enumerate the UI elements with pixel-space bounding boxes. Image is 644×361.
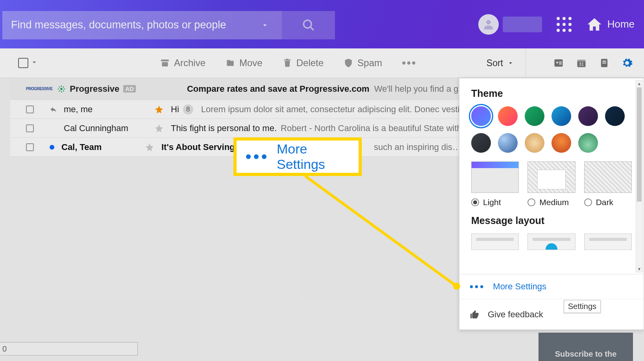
mode-medium[interactable]: Medium [527, 161, 575, 207]
layout-option[interactable] [471, 233, 519, 250]
svg-point-4 [556, 62, 558, 64]
snippet: such an inspiring dis… [374, 142, 461, 152]
mode-label: Light [483, 198, 501, 207]
unread-dot [50, 145, 54, 150]
row-checkbox[interactable] [26, 106, 34, 113]
svg-line-21 [63, 86, 64, 87]
sort-button[interactable]: Sort [487, 58, 514, 68]
mode-dark[interactable]: Dark [584, 161, 632, 207]
svg-line-18 [59, 86, 60, 87]
toolbar-divider [526, 48, 526, 78]
mode-preview [527, 161, 575, 193]
settings-button[interactable] [621, 57, 633, 69]
svg-text:31: 31 [579, 61, 584, 67]
svg-rect-5 [559, 62, 562, 63]
spam-label: Spam [357, 57, 382, 68]
archive-button[interactable]: Archive [160, 56, 205, 70]
home-link[interactable]: Home [586, 16, 635, 33]
contacts-button[interactable] [553, 57, 564, 69]
delete-button[interactable]: Delete [282, 56, 324, 70]
radio-icon [584, 198, 592, 206]
right-app-icons: 31 [553, 57, 633, 69]
sort-label: Sort [487, 58, 503, 68]
mode-label: Dark [596, 198, 613, 207]
radio-icon [471, 198, 479, 206]
select-dropdown[interactable] [31, 59, 38, 67]
search-box[interactable] [2, 11, 282, 39]
account-area[interactable] [478, 14, 542, 35]
svg-rect-12 [602, 63, 606, 63]
theme-heading: Theme [471, 88, 632, 99]
layout-cards [471, 233, 632, 250]
ad-badge: AD [123, 85, 136, 93]
row-checkbox[interactable] [26, 143, 34, 151]
home-label: Home [607, 18, 635, 30]
search-area [2, 11, 335, 39]
more-actions-button[interactable]: ••• [402, 56, 417, 70]
person-icon [482, 18, 495, 31]
ad-subject: Compare rates and save at Progressive.co… [187, 84, 369, 94]
theme-swatch[interactable] [578, 106, 598, 126]
gear-icon [621, 56, 633, 70]
more-settings-link[interactable]: ••• More Settings [459, 274, 644, 299]
avatar[interactable] [478, 14, 499, 35]
scroll-down-icon[interactable]: ▼ [636, 266, 642, 272]
archive-icon [160, 58, 170, 68]
notepad-icon [599, 57, 610, 68]
layout-option[interactable] [527, 233, 575, 250]
theme-swatch[interactable] [605, 106, 625, 126]
give-feedback-link[interactable]: Give feedback [459, 299, 644, 330]
toolbar-actions: Archive Move Delete Spam ••• [160, 56, 416, 70]
svg-rect-6 [559, 63, 562, 64]
svg-point-0 [303, 20, 311, 28]
svg-rect-3 [555, 59, 563, 67]
message-toolbar: Archive Move Delete Spam ••• Sort 31 [0, 48, 644, 78]
row-checkbox[interactable] [26, 124, 34, 132]
ad-provider: Progressive [70, 84, 119, 94]
apps-launcher[interactable] [556, 17, 572, 32]
snippet: Lorem ipsum dolor sit amet, consectetur … [201, 104, 480, 115]
select-all-checkbox[interactable] [18, 58, 28, 68]
snippet: Robert - North Carolina is a beautiful S… [281, 123, 480, 133]
star-icon[interactable] [154, 105, 164, 114]
theme-swatch[interactable] [498, 133, 518, 153]
theme-swatch[interactable] [578, 133, 598, 153]
theme-swatch[interactable] [471, 106, 491, 126]
calendar-button[interactable]: 31 [576, 57, 587, 69]
move-label: Move [239, 57, 263, 68]
theme-mode-row: Light Medium Dark [471, 161, 632, 207]
search-button[interactable] [282, 11, 335, 39]
archive-label: Archive [174, 57, 205, 68]
settings-tooltip: Settings [564, 300, 601, 313]
layout-heading: Message layout [471, 215, 632, 226]
theme-swatch[interactable] [551, 133, 571, 153]
search-input[interactable] [11, 19, 257, 31]
move-button[interactable]: Move [225, 56, 263, 70]
contacts-icon [553, 57, 564, 68]
star-icon[interactable] [145, 143, 154, 152]
mode-light[interactable]: Light [471, 161, 519, 207]
theme-swatch[interactable] [471, 133, 491, 153]
settings-scroll-area[interactable]: Theme Light Medium Dark Message layout ▲ [459, 78, 644, 274]
subject: This fight is personal to me. [171, 123, 277, 133]
subject: It's About Serving O [161, 142, 244, 152]
panel-scrollbar[interactable]: ▲ ▼ [636, 80, 643, 272]
subscribe-banner[interactable]: Subscribe to the [539, 333, 633, 361]
theme-swatch[interactable] [525, 133, 544, 153]
radio-icon [527, 198, 535, 206]
notepad-button[interactable] [598, 57, 610, 69]
search-scope-dropdown[interactable] [257, 21, 273, 29]
star-icon[interactable] [154, 124, 164, 133]
spam-button[interactable]: Spam [343, 56, 382, 70]
scroll-thumb[interactable] [637, 87, 642, 202]
theme-swatch[interactable] [525, 106, 544, 126]
account-name-redacted [503, 17, 542, 32]
layout-option[interactable] [584, 233, 632, 250]
home-icon [586, 16, 603, 33]
delete-label: Delete [296, 57, 324, 68]
scroll-up-icon[interactable]: ▲ [636, 80, 642, 87]
theme-swatch[interactable] [498, 106, 518, 126]
search-icon [302, 19, 315, 32]
theme-swatch[interactable] [551, 106, 571, 126]
more-dots-icon [246, 154, 266, 159]
